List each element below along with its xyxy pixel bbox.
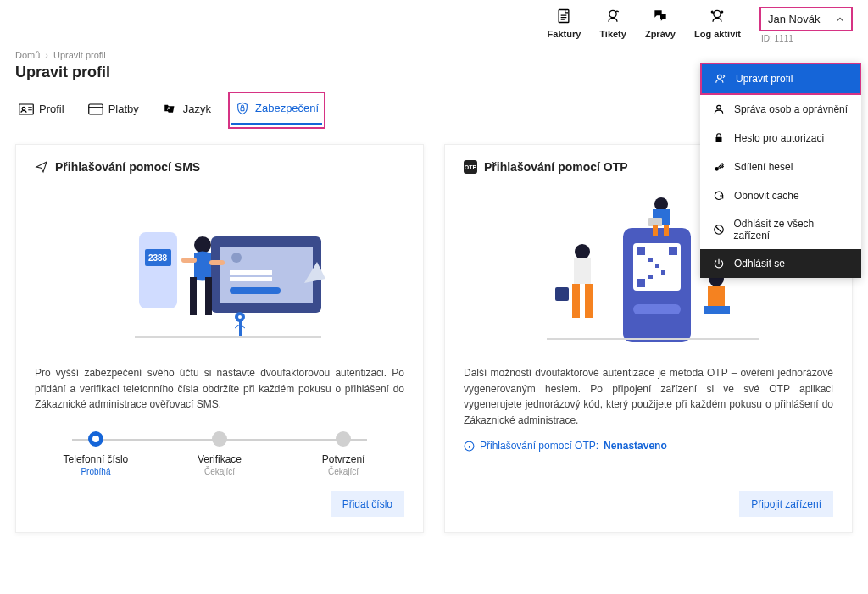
svg-text:2388: 2388: [148, 253, 168, 263]
svg-rect-48: [664, 225, 669, 236]
svg-rect-20: [230, 287, 281, 294]
tab-payments[interactable]: Platby: [85, 95, 142, 125]
dropdown-auth-password[interactable]: Heslo pro autorizaci: [700, 124, 861, 153]
svg-rect-47: [653, 225, 658, 236]
step-dot: [88, 431, 103, 447]
user-menu-toggle[interactable]: Jan Novák: [760, 7, 853, 31]
shield-lock-icon: [235, 103, 250, 114]
nav-messages[interactable]: Zprávy: [645, 7, 676, 39]
breadcrumb: Domů › Upravit profil: [15, 50, 853, 60]
svg-point-17: [231, 253, 242, 263]
dropdown-label: Heslo pro autorizaci: [734, 132, 824, 144]
dropdown-people[interactable]: Správa osob a oprávnění: [700, 95, 861, 124]
card-title-text: Přihlašování pomocí SMS: [55, 160, 200, 174]
profile-edit-icon: [714, 72, 727, 86]
user-dropdown: Upravit profil Správa osob a oprávnění H…: [700, 63, 861, 278]
breadcrumb-sep: ›: [45, 50, 48, 60]
dropdown-label: Upravit profil: [736, 73, 793, 85]
svg-point-2: [714, 10, 721, 17]
breadcrumb-home[interactable]: Domů: [15, 50, 40, 60]
dropdown-label: Sdílení hesel: [734, 161, 793, 173]
nav-label: Faktury: [548, 29, 581, 39]
dropdown-label: Obnovit cache: [734, 190, 799, 202]
people-icon: [712, 103, 726, 116]
power-icon: [712, 257, 726, 270]
svg-rect-41: [655, 264, 659, 268]
chevron-up-icon: [836, 15, 844, 24]
svg-point-6: [717, 105, 721, 109]
otp-status: Přihlašování pomocí OTP: Nenastaveno: [464, 440, 833, 452]
card-sms-title: Přihlašování pomocí SMS: [35, 160, 404, 174]
language-icon: A: [163, 103, 178, 115]
svg-rect-55: [708, 286, 725, 306]
dropdown-edit-profile[interactable]: Upravit profil: [700, 63, 861, 95]
svg-rect-52: [585, 284, 593, 318]
svg-rect-18: [230, 270, 272, 275]
tab-label: Zabezpečení: [255, 102, 319, 114]
invoice-icon: [554, 7, 573, 25]
nav-label: Zprávy: [645, 29, 676, 39]
svg-rect-29: [239, 321, 242, 336]
tab-language[interactable]: A Jazyk: [159, 95, 214, 125]
svg-text:A: A: [167, 105, 170, 110]
svg-rect-14: [241, 107, 244, 110]
svg-rect-40: [648, 258, 653, 262]
chat-icon: [651, 7, 670, 25]
step-dot: [336, 431, 351, 447]
nav-activity[interactable]: Log aktivit: [694, 7, 741, 39]
svg-point-11: [22, 107, 25, 110]
dropdown-label: Správa osob a oprávnění: [734, 103, 848, 115]
dropdown-refresh-cache[interactable]: Obnovit cache: [700, 181, 861, 210]
user-block: Jan Novák ID: 1111: [760, 7, 853, 43]
svg-text:OTP: OTP: [465, 164, 477, 170]
svg-rect-0: [559, 10, 570, 23]
dropdown-label: Odhlásit se: [734, 258, 785, 269]
user-id: ID: 1111: [761, 34, 853, 43]
card-sms: Přihlašování pomocí SMS 2388: [15, 144, 424, 533]
svg-rect-53: [555, 287, 569, 301]
dropdown-logout-all[interactable]: Odhlásit ze všech zařízení: [700, 210, 861, 249]
svg-rect-56: [704, 306, 730, 314]
connect-device-button[interactable]: Připojit zařízení: [739, 491, 833, 517]
info-icon: [464, 441, 475, 452]
lock-icon: [712, 131, 726, 145]
tab-profile[interactable]: Profil: [15, 95, 68, 125]
tab-label: Jazyk: [183, 103, 211, 115]
svg-rect-57: [547, 338, 759, 340]
dropdown-logout[interactable]: Odhlásit se: [700, 249, 861, 278]
tab-label: Profil: [39, 103, 64, 115]
nav-label: Tikety: [599, 29, 626, 39]
svg-rect-32: [135, 336, 321, 338]
refresh-icon: [712, 189, 726, 203]
ban-icon: [712, 223, 726, 236]
step-title: Telefonní číslo: [64, 453, 129, 465]
user-name: Jan Novák: [768, 13, 820, 25]
step-sub: Čekající: [328, 467, 359, 476]
svg-rect-27: [181, 258, 197, 263]
svg-point-45: [654, 197, 668, 211]
key-icon: [712, 160, 726, 174]
step-title: Potvrzení: [322, 453, 365, 465]
svg-point-5: [718, 75, 722, 79]
activity-icon: [708, 7, 726, 25]
svg-rect-42: [661, 270, 665, 275]
step-dot: [212, 431, 227, 447]
status-label: Přihlašování pomocí OTP:: [480, 440, 598, 452]
svg-point-49: [575, 244, 590, 259]
svg-rect-21: [139, 232, 177, 308]
card-otp-text: Další možností dvoufaktorové autentizace…: [464, 365, 833, 428]
step-title: Verifikace: [198, 453, 242, 465]
svg-rect-38: [669, 247, 677, 255]
svg-rect-10: [19, 104, 34, 114]
svg-rect-37: [637, 247, 645, 255]
send-icon: [35, 160, 48, 174]
add-number-button[interactable]: Přidat číslo: [331, 491, 404, 517]
step-confirm: Potvrzení Čekající: [282, 431, 404, 476]
card-sms-text: Pro vyšší zabezpečení svého účtu si nast…: [35, 365, 404, 413]
tab-security[interactable]: Zabezpečení: [231, 95, 322, 125]
dropdown-share-passwords[interactable]: Sdílení hesel: [700, 153, 861, 181]
svg-rect-44: [633, 304, 681, 314]
step-verify: Verifikace Čekající: [159, 431, 281, 476]
nav-tickets[interactable]: Tikety: [599, 7, 626, 39]
nav-invoices[interactable]: Faktury: [548, 7, 581, 39]
